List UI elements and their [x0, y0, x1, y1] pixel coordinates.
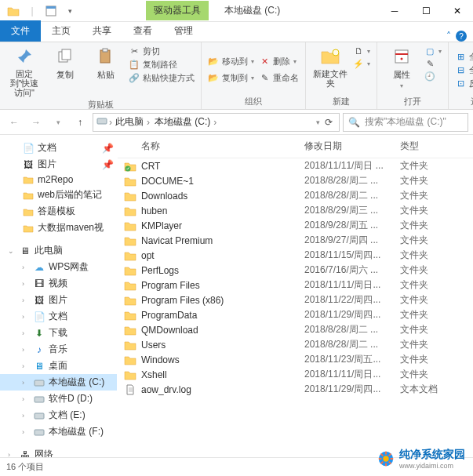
qat-sep: |: [24, 2, 41, 20]
tab-view[interactable]: 查看: [122, 20, 163, 42]
minimize-button[interactable]: ─: [379, 0, 410, 22]
table-row[interactable]: ProgramData2018/11/29/周四...文件夹: [118, 307, 473, 322]
sidebar-item-desktop[interactable]: ›🖥桌面: [0, 358, 117, 374]
titlebar: | ▾ 驱动器工具 本地磁盘 (C:) ─ ☐ ✕: [0, 0, 473, 22]
address-dropdown-icon[interactable]: ▾: [316, 118, 320, 126]
table-row[interactable]: Navicat Premium2018/9/27/周四 ...文件夹: [118, 233, 473, 248]
copyto-button[interactable]: 📂复制到 ▾: [208, 72, 254, 84]
desktop-icon: 🖥: [33, 361, 45, 372]
open-button[interactable]: ▢▾: [424, 45, 442, 56]
table-row[interactable]: opt2018/11/15/周四...文件夹: [118, 248, 473, 263]
file-name: KMPlayer: [141, 220, 182, 231]
crumb-thispc[interactable]: 此电脑›: [114, 115, 151, 129]
qat-dropdown-icon[interactable]: ▾: [61, 2, 78, 20]
pictures-icon: 🖼: [22, 159, 35, 170]
newitem-button[interactable]: 🗋▾: [353, 45, 370, 56]
tab-share[interactable]: 共享: [82, 20, 122, 42]
col-date[interactable]: 修改日期: [304, 140, 400, 153]
table-row[interactable]: Downloads2018/8/28/周二 ...文件夹: [118, 188, 473, 203]
table-row[interactable]: Windows2018/11/23/周五...文件夹: [118, 352, 473, 367]
sidebar-item-fdrive[interactable]: ›本地磁盘 (F:): [0, 423, 117, 440]
table-row[interactable]: Program Files2018/11/11/周日...文件夹: [118, 278, 473, 293]
crumb-drive[interactable]: 本地磁盘 (C:)›: [153, 115, 218, 129]
sidebar-item-docs[interactable]: 📄文档📌: [0, 140, 117, 156]
back-button[interactable]: ←: [5, 113, 24, 132]
pasteshortcut-button[interactable]: 🔗粘贴快捷方式: [129, 72, 195, 84]
sidebar-item-network[interactable]: ›🖧网络: [0, 446, 117, 457]
sidebar-item-docs2[interactable]: ›📄文档: [0, 308, 117, 325]
delete-button[interactable]: ✕删除 ▾: [259, 56, 299, 67]
sidebar-item-video[interactable]: ›🎞视频: [0, 275, 117, 292]
forward-button[interactable]: →: [27, 113, 45, 132]
recent-dropdown[interactable]: ▾: [49, 113, 67, 132]
pin-quickaccess-button[interactable]: 固定到"快速访问": [6, 45, 42, 97]
up-button[interactable]: ↑: [71, 113, 89, 132]
table-row[interactable]: Program Files (x86)2018/11/22/周四...文件夹: [118, 293, 473, 307]
table-row[interactable]: PerfLogs2016/7/16/周六 ...文件夹: [118, 263, 473, 278]
disk-icon: [33, 410, 45, 421]
easyaccess-button[interactable]: ⚡▾: [353, 58, 370, 69]
sidebar-item-ddrive[interactable]: ›软件D (D:): [0, 391, 117, 407]
close-button[interactable]: ✕: [442, 0, 473, 22]
folder-icon[interactable]: [5, 2, 22, 20]
properties-button[interactable]: 属性 ▾: [384, 45, 420, 94]
sidebar-item-pics[interactable]: 🖼图片📌: [0, 156, 117, 173]
rename-button[interactable]: ✎重命名: [259, 72, 299, 84]
copypath-button[interactable]: 📋复制路径: [129, 59, 195, 71]
help-icon[interactable]: ?: [456, 31, 467, 42]
sidebar-item-m2repo[interactable]: m2Repo: [0, 173, 117, 187]
sidebar-item-pics2[interactable]: ›🖼图片: [0, 292, 117, 308]
sidebar-item-webnotes[interactable]: web后端的笔记: [0, 187, 117, 203]
refresh-button[interactable]: ⟳: [322, 117, 336, 128]
table-row[interactable]: KMPlayer2018/9/28/周五 ...文件夹: [118, 218, 473, 233]
col-type[interactable]: 类型: [400, 140, 455, 153]
maximize-button[interactable]: ☐: [410, 0, 442, 22]
sidebar-item-answertpl[interactable]: 答题模板: [0, 203, 117, 220]
ribbon-collapse-icon[interactable]: ˄: [446, 31, 451, 42]
breadcrumb[interactable]: › 此电脑› 本地磁盘 (C:)› ▾ ⟳: [93, 113, 340, 132]
sidebar-item-downloads[interactable]: ›⬇下载: [0, 325, 117, 341]
table-row[interactable]: CRT2018/11/11/周日 ...文件夹: [118, 158, 473, 173]
table-row[interactable]: Xshell2018/11/11/周日...文件夹: [118, 367, 473, 382]
collapse-icon[interactable]: ⌄: [8, 247, 16, 255]
svg-rect-1: [46, 6, 56, 9]
invertsel-button[interactable]: ⊡反向选择: [455, 78, 473, 89]
search-icon: 🔍: [348, 117, 360, 128]
tab-home[interactable]: 主页: [41, 20, 82, 42]
tab-manage[interactable]: 管理: [163, 20, 204, 42]
open-icon: ▢: [424, 45, 435, 56]
context-tab-drive-tools[interactable]: 驱动器工具: [146, 1, 209, 20]
folder-icon: [22, 174, 35, 185]
history-button[interactable]: 🕘: [424, 71, 442, 82]
table-row[interactable]: DOCUME~12018/8/28/周二 ...文件夹: [118, 173, 473, 188]
sidebar-item-wps[interactable]: ›☁WPS网盘: [0, 259, 117, 275]
edit-button[interactable]: ✎: [424, 58, 442, 69]
col-name[interactable]: 名称: [124, 140, 304, 153]
tab-file[interactable]: 文件: [0, 20, 41, 42]
selectnone-button[interactable]: ⊟全部取消: [455, 64, 473, 76]
sidebar-item-edrive[interactable]: ›文档 (E:): [0, 407, 117, 423]
selectall-button[interactable]: ⊞全部选择: [455, 51, 473, 63]
pc-icon: 🖥: [19, 245, 31, 256]
newitem-icon: 🗋: [353, 45, 364, 56]
copy-button[interactable]: 复制: [47, 45, 83, 97]
paste-button[interactable]: 粘贴: [88, 45, 124, 97]
newfolder-button[interactable]: 新建文件夹: [312, 45, 348, 94]
table-row[interactable]: huben2018/8/29/周三 ...文件夹: [118, 203, 473, 218]
sidebar-item-music[interactable]: ›♪音乐: [0, 341, 117, 358]
search-input[interactable]: 🔍 搜索"本地磁盘 (C:)": [343, 113, 468, 132]
folder-icon: [124, 340, 136, 351]
table-row[interactable]: Users2018/8/28/周二 ...文件夹: [118, 337, 473, 352]
moveto-button[interactable]: 📂移动到 ▾: [208, 56, 254, 67]
table-row[interactable]: QMDownload2018/8/28/周二 ...文件夹: [118, 322, 473, 337]
file-type: 文件夹: [400, 293, 455, 307]
group-organize-label: 组织: [208, 94, 299, 107]
sidebar-item-thispc[interactable]: ⌄🖥此电脑: [0, 242, 117, 259]
table-row[interactable]: aow_drv.log2018/11/29/周四...文本文档: [118, 382, 473, 397]
cut-button[interactable]: ✂剪切: [129, 45, 195, 57]
file-date: 2018/8/28/周二 ...: [304, 338, 400, 351]
sidebar-item-cdrive[interactable]: ›本地磁盘 (C:): [0, 374, 117, 391]
sidebar-item-bigdata[interactable]: 大数据maven视: [0, 220, 117, 236]
chevron-down-icon: ▾: [293, 58, 297, 65]
properties-icon[interactable]: [42, 2, 60, 20]
